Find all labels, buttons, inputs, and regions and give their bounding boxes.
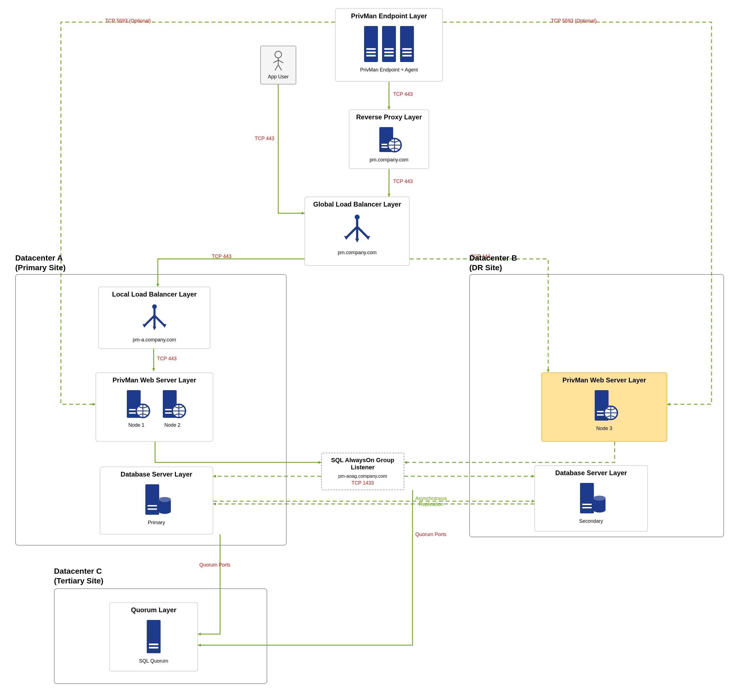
llb-sub: pm-a.company.com — [102, 337, 206, 343]
edge-label-tcp443-appuser: TCP 443 — [255, 136, 274, 141]
db-a-title: Database Server Layer — [103, 470, 209, 478]
web-server-icon — [157, 388, 188, 421]
svg-rect-31 — [145, 484, 159, 515]
svg-rect-5 — [366, 55, 376, 56]
svg-rect-37 — [582, 504, 592, 505]
edge-label-tcp443-2: TCP 443 — [393, 178, 413, 184]
svg-rect-36 — [580, 483, 594, 513]
svg-rect-33 — [147, 508, 157, 510]
server-icon — [143, 617, 165, 656]
web-a-box: PrivMan Web Server Layer Node 1 Node 2 — [96, 373, 213, 442]
sql-listener-box: SQL AlwaysOn Group Listener pm-aoag.comp… — [321, 453, 404, 490]
glb-box: Global Load Balancer Layer pm.company.co… — [305, 197, 410, 266]
svg-rect-4 — [366, 52, 376, 53]
reverseproxy-sub: pm.company.com — [353, 157, 425, 163]
svg-rect-0 — [364, 26, 378, 62]
quorum-box: Quorum Layer SQL Quorum — [109, 602, 198, 672]
db-b-title: Database Server Layer — [538, 469, 644, 477]
svg-point-40 — [593, 496, 605, 501]
db-b-box: Database Server Layer Secondary — [534, 465, 648, 532]
svg-point-12 — [275, 51, 281, 58]
db-server-icon — [573, 480, 609, 516]
svg-rect-6 — [384, 48, 394, 50]
dc-label-c: Datacenter C (Tertiary Site) — [54, 566, 103, 586]
server-rack-icon — [361, 23, 417, 65]
app-user-label: App User — [264, 74, 292, 80]
svg-rect-2 — [400, 26, 414, 62]
endpoint-layer-box: PrivMan Endpoint Layer PrivMan Endpoint … — [335, 8, 443, 82]
reverseproxy-title: Reverse Proxy Layer — [353, 113, 425, 121]
llb-box: Local Load Balancer Layer pm-a.company.c… — [98, 287, 211, 349]
diagram-canvas: { "layers": { "endpoint": { "title": "Pr… — [0, 0, 742, 700]
web-b-node3: Node 3 — [545, 426, 663, 432]
web-server-icon — [121, 388, 152, 421]
edge-label-tcp5593-left: TCP 5593 (Optional) — [105, 18, 151, 24]
db-a-box: Database Server Layer Primary — [100, 467, 213, 534]
edge-label-quorum-b: Quorum Ports — [415, 532, 446, 538]
db-a-role: Primary — [103, 520, 209, 526]
edge-label-tcp443-1: TCP 443 — [393, 91, 413, 97]
user-icon — [270, 50, 287, 72]
svg-rect-42 — [149, 644, 158, 645]
endpoint-title: PrivMan Endpoint Layer — [339, 12, 439, 20]
quorum-title: Quorum Layer — [113, 606, 194, 614]
edge-label-tcp5593-right: TCP 5593 (Optional) — [551, 18, 597, 24]
web-a-node2: Node 2 — [164, 422, 180, 428]
svg-rect-32 — [147, 505, 157, 507]
svg-rect-11 — [402, 55, 412, 56]
edge-label-asyncrep: Asynchronous Replication — [415, 496, 447, 507]
listener-sub: pm-aoag.company.com — [325, 473, 400, 479]
web-b-title: PrivMan Web Server Layer — [545, 376, 663, 384]
web-a-node1: Node 1 — [128, 422, 144, 428]
load-balancer-icon — [339, 212, 375, 248]
listener-title: SQL AlwaysOn Group Listener — [325, 457, 400, 471]
reverse-proxy-box: Reverse Proxy Layer pm.company.com — [349, 109, 429, 169]
svg-rect-3 — [366, 48, 376, 50]
db-server-icon — [138, 482, 174, 517]
svg-rect-8 — [384, 55, 394, 56]
endpoint-sub: PrivMan Endpoint + Agent — [339, 67, 439, 73]
db-b-role: Secondary — [538, 518, 644, 524]
web-b-box: PrivMan Web Server Layer Node 3 — [541, 373, 667, 442]
web-a-title: PrivMan Web Server Layer — [99, 376, 209, 384]
load-balancer-icon — [138, 302, 171, 335]
llb-title: Local Load Balancer Layer — [102, 290, 206, 298]
svg-rect-38 — [582, 507, 592, 508]
glb-sub: pm.company.com — [308, 250, 406, 256]
edge-label-quorum-a: Quorum Ports — [199, 562, 230, 568]
listener-port: TCP 1433 — [352, 480, 374, 486]
web-server-icon — [589, 388, 620, 423]
svg-rect-1 — [382, 26, 396, 62]
svg-point-35 — [159, 497, 171, 502]
edge-label-tcp443-glb-left: TCP 443 — [212, 253, 231, 259]
svg-rect-7 — [384, 52, 394, 53]
svg-rect-43 — [149, 647, 158, 648]
dc-label-b: Datacenter B (DR Site) — [469, 253, 517, 273]
dc-label-a: Datacenter A (Primary Site) — [15, 253, 66, 273]
web-server-icon — [374, 124, 404, 155]
svg-rect-10 — [402, 52, 412, 53]
svg-rect-9 — [402, 48, 412, 50]
glb-title: Global Load Balancer Layer — [308, 200, 406, 208]
app-user-box: App User — [260, 46, 296, 84]
quorum-role: SQL Quorum — [113, 658, 194, 664]
